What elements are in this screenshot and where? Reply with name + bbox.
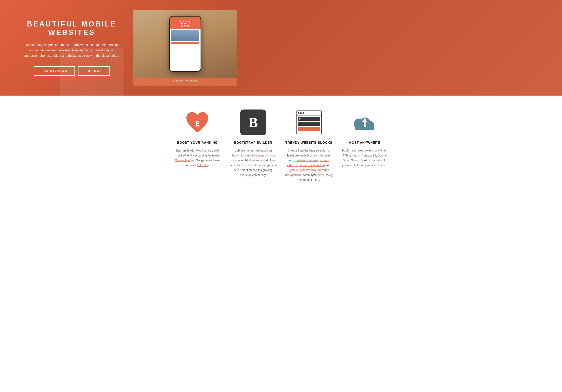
trendy-blocks-title: TRENDY WEBSITE BLOCKS	[285, 141, 333, 145]
officially-link[interactable]: officially	[198, 164, 208, 167]
browser-topbar	[296, 111, 321, 115]
boost-ranking-title: BOOST YOUR RANKING	[174, 141, 221, 145]
feature-boost-ranking: g BOOST YOUR RANKING Sites made with Mob…	[169, 109, 225, 182]
hero-content: BEAUTIFUL MOBILE WEBSITES Develop fully …	[0, 8, 131, 88]
browser-body: ▶	[296, 115, 321, 134]
heart-google-icon: g	[184, 111, 210, 134]
features-section: g BOOST YOUR RANKING Sites made with Mob…	[0, 96, 562, 194]
browser-dot-3	[303, 112, 304, 114]
responsive-image-gallery-link[interactable]: responsive image gallery	[294, 164, 325, 167]
mac-button[interactable]: FOR MAC	[78, 66, 109, 76]
boost-ranking-desc: Sites made with Mobirise are 100% mobile…	[174, 148, 221, 168]
bootstrap-carousel-link[interactable]: bootstrap carousel	[295, 159, 318, 162]
bootstrap4-link[interactable]: Bootstrap 4	[252, 154, 266, 157]
browser-dot-2	[300, 112, 302, 114]
phone-mockup: MOBIRISEWEBSITEBUILDER FOR WINDOWS VIDEO…	[133, 10, 237, 86]
phone-screen-body: FOR WINDOWS	[170, 29, 200, 71]
browser-dot-1	[298, 112, 299, 114]
hero-title: BEAUTIFUL MOBILE WEBSITES	[24, 20, 119, 37]
hero-link-mobile-ready[interactable]: mobile-ready websites	[61, 43, 93, 46]
hero-description: Develop fully responsive, mobile-ready w…	[24, 42, 119, 58]
parallax-scrolling-link[interactable]: parallax scrolling	[300, 168, 321, 172]
boost-ranking-icon: g	[184, 109, 210, 135]
video-embed-line	[182, 84, 188, 84]
trendy-blocks-icon: ▶	[296, 109, 322, 135]
phone-screen-cta: FOR WINDOWS	[171, 42, 199, 44]
bootstrap-builder-title: BOOTSTRAP BUILDER	[229, 141, 277, 145]
svg-text:g: g	[195, 118, 199, 127]
bootstrap-builder-icon: B	[240, 109, 266, 135]
bootstrap-builder-desc: Mobirise themes are based on Bootstrap 3…	[229, 148, 277, 177]
browser-cursor-icon: ▶	[299, 117, 301, 120]
hero-buttons: FOR WINDOWS FOR MAC	[24, 66, 119, 76]
browser-content-bar	[298, 117, 320, 121]
feature-bootstrap-builder: B BOOTSTRAP BUILDER Mobirise themes are …	[225, 109, 281, 182]
google-test-link[interactable]: Google Test	[175, 159, 190, 162]
host-anywhere-title: HOST ANYWHERE	[341, 141, 388, 145]
video-embed-label: VIDEO EMBED	[133, 78, 237, 86]
host-anywhere-desc: Publish your website to a local drive, F…	[341, 148, 388, 168]
browser-content-bar-orange	[298, 127, 320, 131]
phone-screen: MOBIRISEWEBSITEBUILDER FOR WINDOWS	[170, 17, 200, 71]
phone-device: MOBIRISEWEBSITEBUILDER FOR WINDOWS	[169, 16, 201, 72]
windows-button[interactable]: FOR WINDOWS	[34, 66, 75, 76]
hero-image-section: MOBIRISEWEBSITEBUILDER FOR WINDOWS VIDEO…	[131, 10, 239, 86]
phone-screen-image	[171, 30, 199, 41]
feature-trendy-blocks: ▶ TRENDY WEBSITE BLOCKS Choose from the …	[281, 109, 337, 182]
feature-host-anywhere: HOST ANYWHERE Publish your website to a …	[337, 109, 393, 182]
lightbox-link[interactable]: lightbox	[289, 168, 298, 172]
hero-section: BEAUTIFUL MOBILE WEBSITES Develop fully …	[0, 0, 562, 96]
phone-screen-title: MOBIRISEWEBSITEBUILDER	[172, 21, 199, 27]
bootstrap-b-icon: B	[240, 109, 266, 135]
browser-content-bar-2	[298, 122, 320, 126]
hero-desc-before: Develop fully responsive,	[25, 43, 61, 46]
host-anywhere-icon	[352, 109, 378, 135]
menu-link[interactable]: menu	[317, 173, 324, 177]
browser-window-icon: ▶	[296, 111, 322, 134]
browser-icon-wrapper: ▶	[296, 111, 322, 134]
phone-screen-header: MOBIRISEWEBSITEBUILDER	[170, 17, 200, 29]
trendy-blocks-desc: Choose from the large selection of lates…	[285, 148, 333, 182]
cloud-upload-icon	[352, 112, 378, 133]
